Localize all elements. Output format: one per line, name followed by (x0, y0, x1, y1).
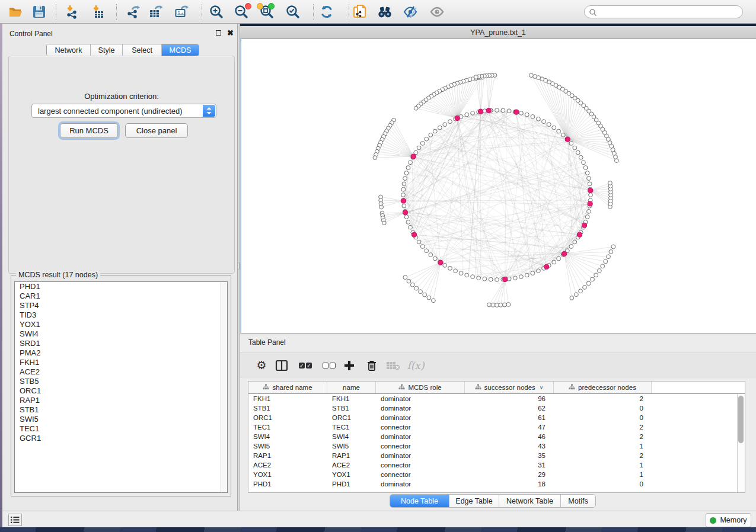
search-icon (589, 8, 597, 17)
column-label: name (343, 384, 360, 391)
table-row[interactable]: TEC1TEC1connector472 (248, 422, 745, 432)
mcds-result-item[interactable]: YOX1 (15, 320, 227, 329)
list-icon (11, 516, 20, 524)
network-window-title: YPA_prune.txt_1 (240, 28, 756, 37)
mcds-result-item[interactable]: STP4 (15, 301, 227, 310)
deselect-all-icon[interactable] (322, 358, 336, 373)
zoom-in-icon[interactable] (209, 4, 224, 20)
mcds-result-list[interactable]: PHD1CAR1STP4TID3YOX1SWI4SRD1PMA2FKH1ACE2… (14, 281, 228, 493)
delete-row-icon[interactable] (365, 358, 379, 373)
save-session-icon[interactable] (31, 4, 47, 20)
table-cell: TEC1 (327, 422, 376, 432)
table-cell: 46 (465, 432, 554, 441)
tab-node-table[interactable]: Node Table (390, 495, 449, 507)
mcds-result-item[interactable]: STB1 (15, 405, 227, 415)
search-network-icon[interactable] (377, 4, 393, 20)
mcds-result-item[interactable]: SWI4 (15, 329, 227, 339)
column-header-predecessor-nodes[interactable]: predecessor nodes (554, 382, 652, 393)
export-image-icon[interactable] (174, 4, 189, 20)
minimize-traffic-light[interactable] (257, 3, 263, 9)
column-header-shared-name[interactable]: shared name (248, 382, 327, 393)
open-session-icon[interactable] (8, 4, 24, 20)
mcds-result-item[interactable]: FKH1 (15, 358, 227, 367)
settings-icon[interactable]: ⚙ (254, 358, 269, 373)
column-label: MCDS role (408, 384, 441, 391)
table-row[interactable]: ORC1ORC1dominator610 (248, 413, 745, 422)
table-cell (652, 460, 745, 470)
memory-button[interactable]: Memory (706, 513, 751, 527)
mcds-result-item[interactable]: SWI5 (15, 415, 227, 424)
column-header-MCDS-role[interactable]: MCDS role (376, 382, 465, 393)
tab-select[interactable]: Select (123, 44, 162, 56)
mcds-result-item[interactable]: PHD1 (15, 282, 227, 291)
mcds-result-item[interactable]: TEC1 (15, 424, 227, 434)
table-scrollbar[interactable] (737, 394, 745, 492)
select-all-icon[interactable]: ✓✓ (298, 358, 312, 373)
table-row[interactable]: YOX1YOX1connector291 (248, 470, 745, 479)
table-cell: PHD1 (327, 479, 376, 489)
export-table-icon[interactable] (148, 4, 164, 20)
float-window-icon[interactable] (216, 30, 221, 36)
maximize-traffic-light[interactable] (268, 3, 275, 9)
close-icon[interactable]: ✖ (227, 30, 234, 36)
mcds-result-item[interactable]: ACE2 (15, 367, 227, 377)
zoom-selected-icon[interactable] (285, 4, 301, 20)
column-header-successor-nodes[interactable]: successor nodes∨ (465, 382, 554, 393)
mcds-tab-content: Optimization criterion: largest connecte… (8, 56, 235, 274)
mcds-result-item[interactable]: ORC1 (15, 386, 227, 396)
delete-table-icon (386, 358, 400, 373)
search-input[interactable] (599, 7, 739, 17)
table-cell (652, 413, 745, 422)
column-header-name[interactable]: name (327, 382, 376, 393)
mcds-result-item[interactable]: SRD1 (15, 339, 227, 348)
criterion-select[interactable]: largest connected component (undirected) (31, 104, 216, 118)
add-row-icon[interactable] (342, 358, 356, 373)
table-row[interactable]: SWI5SWI5connector431 (248, 441, 745, 451)
table-row[interactable]: ACE2ACE2connector311 (248, 460, 745, 470)
network-canvas[interactable] (240, 39, 756, 333)
refresh-icon[interactable] (319, 4, 334, 20)
show-all-icon[interactable] (429, 4, 445, 20)
scrollbar-thumb[interactable] (738, 396, 744, 443)
network-graph (241, 39, 756, 333)
sort-chevron-icon: ∨ (540, 384, 544, 390)
table-row[interactable]: FKH1FKH1dominator962 (248, 394, 745, 403)
table-header-row: shared namenameMCDS rolesuccessor nodes∨… (248, 382, 745, 394)
splitter-handle[interactable] (238, 262, 240, 270)
hide-selected-icon[interactable] (403, 4, 418, 20)
close-panel-button[interactable]: Close panel (125, 123, 188, 138)
import-table-icon[interactable] (91, 4, 106, 20)
import-network-icon[interactable] (65, 4, 80, 20)
mcds-result-item[interactable]: STB5 (15, 377, 227, 386)
mcds-result-item[interactable]: PMA2 (15, 348, 227, 358)
table-cell (652, 422, 745, 432)
table-row[interactable]: STB1STB1dominator620 (248, 403, 745, 413)
optimization-criterion-label: Optimization criterion: (9, 92, 234, 101)
tab-network-table[interactable]: Network Table (499, 495, 561, 507)
copy-network-icon[interactable] (352, 4, 368, 20)
network-window-titlebar[interactable]: YPA_prune.txt_1 (240, 26, 756, 39)
mcds-result-item[interactable]: TID3 (15, 310, 227, 320)
list-scrollbar[interactable] (221, 282, 227, 492)
run-mcds-button[interactable]: Run MCDS (60, 123, 118, 138)
toggle-columns-icon[interactable] (275, 358, 289, 373)
table-row[interactable]: PHD1PHD1dominator180 (248, 479, 745, 489)
table-cell: RAP1 (248, 451, 327, 460)
mcds-result-item[interactable]: GCR1 (15, 434, 227, 443)
tab-style[interactable]: Style (91, 44, 123, 56)
tab-edge-table[interactable]: Edge Table (449, 495, 499, 507)
mcds-result-item[interactable]: RAP1 (15, 396, 227, 405)
table-row[interactable]: SWI4SWI4dominator462 (248, 432, 745, 441)
close-traffic-light[interactable] (245, 3, 251, 9)
table-cell: SWI4 (248, 432, 327, 441)
export-network-icon[interactable] (126, 4, 141, 20)
desktop-edge (0, 24, 2, 527)
tab-motifs[interactable]: Motifs (561, 495, 595, 507)
mcds-result-item[interactable]: CAR1 (15, 291, 227, 301)
table-row[interactable]: RAP1RAP1dominator352 (248, 451, 745, 460)
table-cell: 2 (554, 422, 652, 432)
task-history-button[interactable] (8, 514, 22, 526)
tab-mcds[interactable]: MCDS (162, 44, 199, 56)
tab-network[interactable]: Network (47, 44, 91, 56)
table-cell: YOX1 (248, 470, 327, 479)
